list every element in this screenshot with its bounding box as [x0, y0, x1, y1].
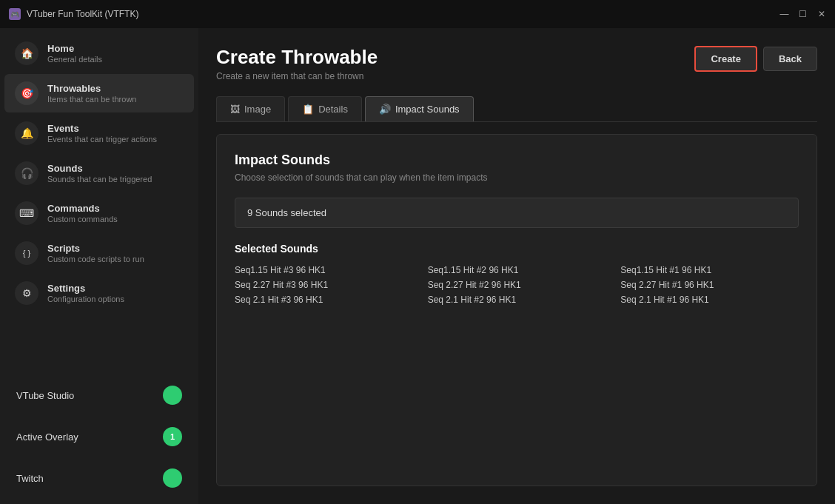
- page-title: Create Throwable: [216, 46, 378, 69]
- sidebar-item-settings-desc: Configuration options: [47, 295, 124, 303]
- sounds-selected-count: 9 Sounds selected: [247, 207, 326, 218]
- sidebar-item-throwables[interactable]: 🎯 Throwables Items that can be thrown: [4, 74, 194, 112]
- sound-item: Seq 2.1 Hit #2 96 HK1: [428, 295, 606, 305]
- sidebar-status-vtube-studio[interactable]: VTube Studio: [4, 375, 194, 415]
- impact-sounds-tab-icon: 🔊: [379, 104, 391, 115]
- sidebar-item-scripts-label: Scripts: [47, 243, 144, 254]
- sidebar-item-throwables-desc: Items that can be thrown: [47, 95, 136, 104]
- tab-details[interactable]: 📋 Details: [288, 96, 362, 121]
- titlebar-controls: — ☐ ✕: [779, 10, 826, 19]
- sidebar-item-commands-desc: Custom commands: [47, 215, 118, 224]
- sounds-icon: 🎧: [15, 161, 38, 185]
- minimize-button[interactable]: —: [779, 10, 789, 19]
- titlebar: 🎮 VTuber Fun ToolKit (VTFTK) — ☐ ✕: [0, 0, 835, 28]
- sound-item: Seq1.15 Hit #3 96 HK1: [235, 265, 413, 275]
- sound-item: Seq1.15 Hit #1 96 HK1: [620, 265, 799, 275]
- scripts-icon: { }: [15, 241, 38, 265]
- main-layout: 🏠 Home General details 🎯 Throwables Item…: [0, 28, 835, 504]
- settings-icon: ⚙: [15, 281, 38, 305]
- sidebar-item-events[interactable]: 🔔 Events Events that can trigger actions: [4, 114, 194, 152]
- impact-sounds-tab-label: Impact Sounds: [395, 104, 460, 115]
- sound-item: Seq 2.27 Hit #2 96 HK1: [428, 280, 606, 290]
- image-tab-label: Image: [244, 104, 271, 115]
- sound-item: Seq 2.1 Hit #3 96 HK1: [235, 295, 413, 305]
- sidebar-item-events-desc: Events that can trigger actions: [47, 135, 157, 144]
- tab-image[interactable]: 🖼 Image: [216, 96, 285, 121]
- content: Create Throwable Create a new item that …: [198, 28, 835, 504]
- sounds-grid: Seq1.15 Hit #3 96 HK1 Seq1.15 Hit #2 96 …: [235, 265, 799, 305]
- sidebar-status-active-overlay[interactable]: Active Overlay 1: [4, 417, 194, 457]
- sidebar-item-scripts-desc: Custom code scripts to run: [47, 255, 144, 263]
- sidebar-item-sounds[interactable]: 🎧 Sounds Sounds that can be triggered: [4, 154, 194, 192]
- twitch-status: [163, 468, 182, 488]
- selected-sounds-heading: Selected Sounds: [235, 243, 799, 255]
- events-icon: 🔔: [15, 121, 38, 145]
- content-header: Create Throwable Create a new item that …: [216, 46, 817, 81]
- close-button[interactable]: ✕: [816, 10, 826, 19]
- vtube-studio-label: VTube Studio: [16, 390, 74, 401]
- active-overlay-badge: 1: [163, 427, 182, 446]
- create-button[interactable]: Create: [694, 46, 757, 72]
- tab-impact-sounds[interactable]: 🔊 Impact Sounds: [365, 96, 474, 121]
- twitch-label: Twitch: [16, 473, 44, 484]
- app-title: VTuber Fun ToolKit (VTFTK): [27, 9, 138, 19]
- panel-title: Impact Sounds: [235, 152, 799, 168]
- sidebar-item-commands[interactable]: ⌨ Commands Custom commands: [4, 194, 194, 232]
- sidebar-item-home-desc: General details: [47, 55, 102, 64]
- back-button[interactable]: Back: [763, 47, 817, 71]
- sound-item: Seq 2.1 Hit #1 96 HK1: [620, 295, 799, 305]
- header-buttons: Create Back: [694, 46, 817, 72]
- tabs: 🖼 Image 📋 Details 🔊 Impact Sounds: [216, 96, 817, 122]
- home-icon: 🏠: [15, 41, 38, 65]
- sidebar: 🏠 Home General details 🎯 Throwables Item…: [0, 28, 198, 504]
- sidebar-item-sounds-desc: Sounds that can be triggered: [47, 175, 152, 184]
- titlebar-left: 🎮 VTuber Fun ToolKit (VTFTK): [9, 8, 138, 20]
- page-subtitle: Create a new item that can be thrown: [216, 71, 378, 81]
- sidebar-item-settings[interactable]: ⚙ Settings Configuration options: [4, 274, 194, 312]
- sidebar-item-home[interactable]: 🏠 Home General details: [4, 34, 194, 73]
- active-overlay-label: Active Overlay: [16, 431, 78, 443]
- sound-item: Seq1.15 Hit #2 96 HK1: [428, 265, 606, 275]
- sidebar-item-scripts[interactable]: { } Scripts Custom code scripts to run: [4, 234, 194, 272]
- sound-item: Seq 2.27 Hit #3 96 HK1: [235, 280, 413, 290]
- details-tab-icon: 📋: [302, 104, 314, 115]
- app-icon: 🎮: [9, 8, 21, 20]
- sidebar-status-twitch[interactable]: Twitch: [4, 458, 194, 498]
- impact-sounds-panel: Impact Sounds Choose selection of sounds…: [216, 134, 817, 486]
- throwables-icon: 🎯: [15, 81, 38, 105]
- details-tab-label: Details: [318, 104, 348, 115]
- sidebar-item-events-label: Events: [47, 123, 157, 134]
- sidebar-item-throwables-label: Throwables: [47, 83, 136, 94]
- vtube-studio-status: [163, 386, 182, 405]
- maximize-button[interactable]: ☐: [798, 10, 808, 19]
- image-tab-icon: 🖼: [230, 104, 240, 115]
- sounds-selector[interactable]: 9 Sounds selected: [235, 198, 799, 228]
- panel-desc: Choose selection of sounds that can play…: [235, 172, 799, 183]
- sidebar-item-commands-label: Commands: [47, 203, 118, 214]
- sound-item: Seq 2.27 Hit #1 96 HK1: [620, 280, 799, 290]
- commands-icon: ⌨: [15, 201, 38, 225]
- sidebar-item-settings-label: Settings: [47, 283, 124, 294]
- sidebar-item-sounds-label: Sounds: [47, 163, 152, 174]
- sidebar-item-home-label: Home: [47, 43, 102, 54]
